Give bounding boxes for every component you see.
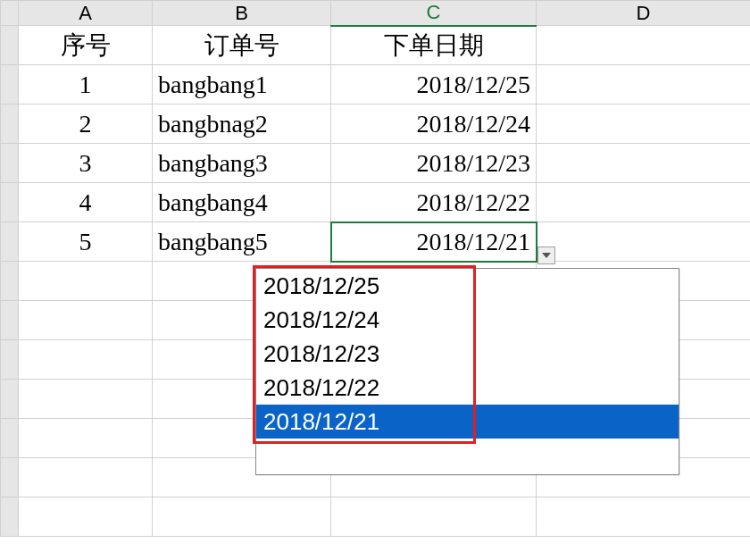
cell[interactable]	[19, 340, 153, 380]
row-header[interactable]	[1, 104, 19, 144]
cell[interactable]	[537, 104, 751, 144]
cell[interactable]: 序号	[19, 26, 153, 65]
cell[interactable]	[19, 419, 153, 458]
row-header[interactable]	[1, 419, 19, 458]
row-header[interactable]	[1, 222, 19, 262]
cell[interactable]	[19, 301, 153, 340]
cell[interactable]	[537, 497, 751, 537]
chevron-down-icon	[542, 253, 551, 258]
dropdown-option[interactable]: 2018/12/25	[256, 269, 679, 303]
row-header[interactable]	[1, 262, 19, 301]
dropdown-option[interactable]: 2018/12/22	[256, 371, 679, 405]
col-header-A[interactable]: A	[19, 1, 153, 26]
cell[interactable]	[537, 222, 751, 262]
cell[interactable]: bangbang1	[153, 65, 331, 104]
dropdown-option-selected[interactable]: 2018/12/21	[256, 405, 679, 439]
cell[interactable]: 订单号	[153, 26, 331, 65]
data-validation-dropdown-list[interactable]: 2018/12/25 2018/12/24 2018/12/23 2018/12…	[255, 268, 679, 475]
cell[interactable]	[537, 183, 751, 222]
cell[interactable]	[19, 458, 153, 497]
cell[interactable]	[19, 497, 153, 537]
row-header[interactable]	[1, 380, 19, 419]
cell[interactable]: 1	[19, 65, 153, 104]
cell[interactable]	[19, 262, 153, 301]
row-header[interactable]	[1, 458, 19, 497]
cell[interactable]	[537, 144, 751, 183]
row-header[interactable]	[1, 183, 19, 222]
cell[interactable]: 3	[19, 144, 153, 183]
col-header-B[interactable]: B	[153, 1, 331, 26]
cell[interactable]	[19, 380, 153, 419]
cell[interactable]	[537, 26, 751, 65]
row-header[interactable]	[1, 65, 19, 104]
row-header[interactable]	[1, 340, 19, 380]
dropdown-option[interactable]: 2018/12/23	[256, 337, 679, 371]
cell[interactable]	[153, 497, 331, 537]
col-header-C[interactable]: C	[331, 1, 537, 26]
cell[interactable]: 下单日期	[331, 26, 537, 65]
active-cell[interactable]: 2018/12/21	[331, 222, 537, 262]
select-all-corner[interactable]	[1, 1, 19, 26]
cell[interactable]	[537, 65, 751, 104]
cell[interactable]: bangbang4	[153, 183, 331, 222]
cell[interactable]: 2018/12/25	[331, 65, 537, 104]
cell[interactable]	[331, 497, 537, 537]
cell[interactable]: 4	[19, 183, 153, 222]
cell[interactable]: 2018/12/24	[331, 104, 537, 144]
cell[interactable]: bangbang3	[153, 144, 331, 183]
row-header[interactable]	[1, 144, 19, 183]
cell[interactable]: bangbnag2	[153, 104, 331, 144]
cell[interactable]: 5	[19, 222, 153, 262]
row-header[interactable]	[1, 497, 19, 537]
dropdown-option[interactable]: 2018/12/24	[256, 303, 679, 337]
col-header-D[interactable]: D	[537, 1, 751, 26]
row-header[interactable]	[1, 26, 19, 65]
svg-marker-0	[542, 253, 551, 258]
cell[interactable]: 2018/12/23	[331, 144, 537, 183]
cell[interactable]: 2018/12/22	[331, 183, 537, 222]
row-header[interactable]	[1, 301, 19, 340]
cell[interactable]: 2	[19, 104, 153, 144]
data-validation-dropdown-button[interactable]	[538, 247, 555, 264]
cell[interactable]: bangbang5	[153, 222, 331, 262]
